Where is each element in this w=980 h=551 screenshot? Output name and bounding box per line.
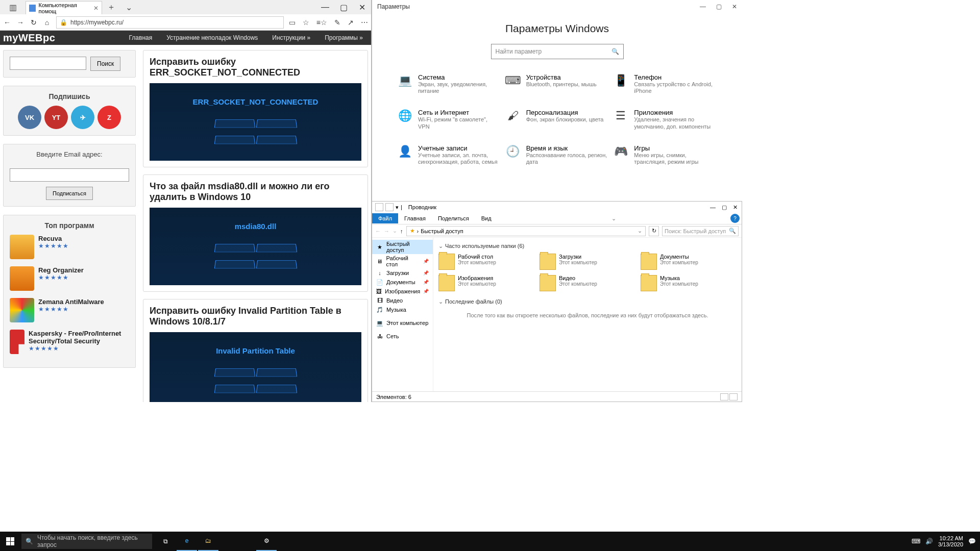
favorites-hub-icon[interactable]: ≡☆: [316, 18, 327, 27]
minimize-button[interactable]: —: [710, 204, 716, 211]
nav-videos[interactable]: 🎞Видео: [372, 296, 433, 305]
settings-item-phone[interactable]: 📱ТелефонСвязать устройство с Android, iP…: [614, 73, 717, 94]
nav-quick-access[interactable]: ★Быстрый доступ: [372, 240, 433, 254]
ribbon-home[interactable]: Главная: [398, 213, 432, 223]
reading-view-icon[interactable]: ▭: [289, 18, 296, 27]
address-bar[interactable]: 🔒 https://mywebpc.ru/: [56, 16, 284, 29]
tab-stack-icon[interactable]: ▥: [0, 3, 26, 12]
settings-item-apps[interactable]: ☰ПриложенияУдаление, значения по умолчан…: [614, 109, 717, 130]
taskbar-clock[interactable]: 10:22 AM 3/13/2020: [938, 535, 963, 547]
prog-item[interactable]: Zemana AntiMalware★★★★★: [10, 298, 129, 322]
tray-keyboard-icon[interactable]: ⌨: [912, 538, 920, 545]
minimize-button[interactable]: —: [316, 0, 334, 14]
maximize-button[interactable]: ▢: [334, 0, 353, 14]
nav-this-pc[interactable]: 💻Этот компьютер: [372, 318, 433, 328]
folder-item[interactable]: ДокументыЭтот компьютер: [641, 254, 737, 270]
breadcrumb[interactable]: ★ › Быстрый доступ ⌄: [406, 226, 646, 236]
forward-button[interactable]: →: [16, 18, 24, 27]
maximize-button[interactable]: ▢: [722, 204, 727, 211]
help-icon[interactable]: ?: [730, 214, 740, 223]
tiles-view-icon[interactable]: [729, 393, 738, 400]
settings-item-system[interactable]: 💻СистемаЭкран, звук, уведомления, питани…: [398, 73, 501, 94]
ribbon-expand-icon[interactable]: ⌄: [608, 215, 619, 222]
tab-close-icon[interactable]: ✕: [93, 5, 99, 12]
folder-item[interactable]: ВидеоЭтот компьютер: [540, 275, 635, 291]
nav-fwd-icon[interactable]: →: [384, 228, 389, 234]
settings-item-network[interactable]: 🌐Сеть и ИнтернетWi-Fi, режим "в самолете…: [398, 109, 501, 130]
nav-music[interactable]: 🎵Музыка: [372, 305, 433, 314]
home-button[interactable]: ⌂: [43, 18, 51, 27]
close-button[interactable]: ✕: [353, 0, 371, 14]
qat-icon[interactable]: [375, 203, 383, 211]
task-view-icon[interactable]: ⧉: [155, 532, 176, 551]
ribbon-view[interactable]: Вид: [475, 213, 498, 223]
nav-documents[interactable]: 📄Документы📌: [372, 278, 433, 287]
prog-item[interactable]: Kaspersky - Free/Pro/Internet Security/T…: [10, 330, 129, 354]
settings-search[interactable]: Найти параметр 🔍: [491, 44, 624, 59]
article-card[interactable]: Исправить ошибку Invalid Partition Table…: [143, 299, 368, 402]
refresh-button[interactable]: ↻: [30, 18, 38, 27]
qat-icon[interactable]: [385, 203, 394, 211]
site-search-input[interactable]: [10, 57, 86, 70]
back-button[interactable]: ←: [3, 18, 11, 27]
zen-icon[interactable]: Z: [97, 106, 121, 129]
settings-item-accounts[interactable]: 👤Учетные записиУчетные записи, эл. почта…: [398, 144, 501, 165]
menu-troubleshoot[interactable]: Устранение неполадок Windows: [166, 34, 258, 41]
close-button[interactable]: ✕: [733, 204, 738, 211]
article-card[interactable]: Что за файл msdia80.dll и можно ли его у…: [143, 174, 368, 292]
tab-list-dropdown[interactable]: ⌄: [120, 3, 137, 12]
start-button[interactable]: [0, 532, 20, 551]
refresh-button[interactable]: ↻: [649, 226, 659, 236]
prog-item[interactable]: Recuva★★★★★: [10, 235, 129, 259]
tray-volume-icon[interactable]: 🔊: [925, 538, 933, 545]
settings-item-devices[interactable]: ⌨УстройстваBluetooth, принтеры, мышь: [506, 73, 609, 94]
nav-network[interactable]: 🖧Сеть: [372, 332, 433, 341]
ribbon-share[interactable]: Поделиться: [432, 213, 475, 223]
site-brand[interactable]: myWEBpc: [0, 32, 58, 44]
folder-item[interactable]: ИзображенияЭтот компьютер: [438, 275, 534, 291]
explorer-search[interactable]: Поиск: Быстрый доступ 🔍: [662, 226, 739, 236]
folder-item[interactable]: МузыкаЭтот компьютер: [641, 275, 737, 291]
group-header-recent[interactable]: ⌄Последние файлы (0): [438, 298, 737, 305]
notes-icon[interactable]: ✎: [334, 18, 340, 27]
menu-programs[interactable]: Программы »: [325, 34, 363, 41]
taskbar-search[interactable]: 🔍 Чтобы начать поиск, введите здесь запр…: [21, 534, 152, 549]
folder-item[interactable]: Рабочий столЭтот компьютер: [438, 254, 534, 270]
maximize-button[interactable]: ▢: [716, 3, 722, 10]
email-subscribe-button[interactable]: Подписаться: [46, 187, 93, 200]
favorite-icon[interactable]: ☆: [303, 18, 309, 27]
settings-item-gaming[interactable]: 🎮ИгрыМеню игры, снимки, трансляция, режи…: [614, 144, 717, 165]
menu-instructions[interactable]: Инструкции »: [272, 34, 310, 41]
browser-tab[interactable]: Компьютерная помощ ✕: [26, 1, 102, 14]
new-tab-button[interactable]: ＋: [102, 2, 120, 13]
settings-item-time[interactable]: 🕘Время и языкРаспознавание голоса, регио…: [506, 144, 609, 165]
nav-desktop[interactable]: 🖥Рабочий стол📌: [372, 254, 433, 268]
folder-item[interactable]: ЗагрузкиЭтот компьютер: [540, 254, 635, 270]
nav-pictures[interactable]: 🖼Изображения📌: [372, 287, 433, 296]
prog-item[interactable]: Reg Organizer★★★★★: [10, 266, 129, 291]
youtube-icon[interactable]: YT: [44, 106, 68, 129]
ribbon-file[interactable]: Файл: [372, 213, 398, 223]
action-center-icon[interactable]: 💬: [968, 538, 976, 545]
site-search-button[interactable]: Поиск: [90, 57, 120, 71]
group-header-folders[interactable]: ⌄Часто используемые папки (6): [438, 243, 737, 249]
email-input[interactable]: [10, 168, 129, 182]
article-card[interactable]: Исправить ошибку ERR_SOCKET_NOT_CONNECTE…: [143, 50, 368, 167]
vk-icon[interactable]: VK: [18, 106, 41, 129]
nav-recent-icon[interactable]: ⌄: [393, 228, 397, 234]
nav-up-icon[interactable]: ↑: [400, 228, 403, 234]
more-icon[interactable]: ⋯: [361, 18, 368, 27]
qat-dropdown-icon[interactable]: ▾: [396, 204, 399, 211]
explorer-taskbar-icon[interactable]: 🗂: [198, 532, 218, 551]
close-button[interactable]: ✕: [732, 3, 737, 10]
settings-item-personalization[interactable]: 🖌ПерсонализацияФон, экран блокировки, цв…: [506, 109, 609, 130]
share-icon[interactable]: ↗: [348, 18, 354, 27]
menu-home[interactable]: Главная: [129, 34, 153, 41]
details-view-icon[interactable]: [720, 393, 728, 400]
telegram-icon[interactable]: ✈: [71, 106, 94, 129]
nav-back-icon[interactable]: ←: [375, 228, 381, 234]
settings-taskbar-icon[interactable]: ⚙: [256, 532, 277, 551]
minimize-button[interactable]: —: [700, 3, 706, 10]
edge-taskbar-icon[interactable]: e: [177, 532, 197, 551]
nav-downloads[interactable]: ↓Загрузки📌: [372, 268, 433, 278]
